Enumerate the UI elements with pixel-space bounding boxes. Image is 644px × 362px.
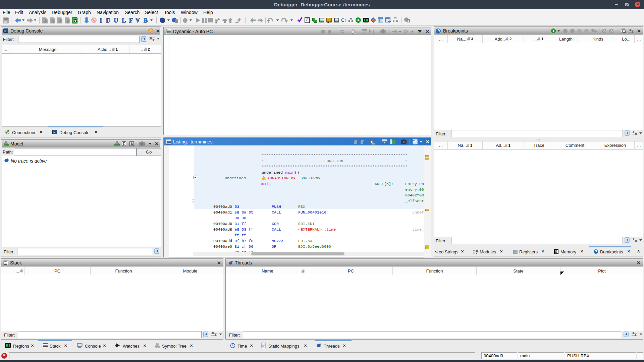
svg-text:!: !	[263, 177, 265, 180]
